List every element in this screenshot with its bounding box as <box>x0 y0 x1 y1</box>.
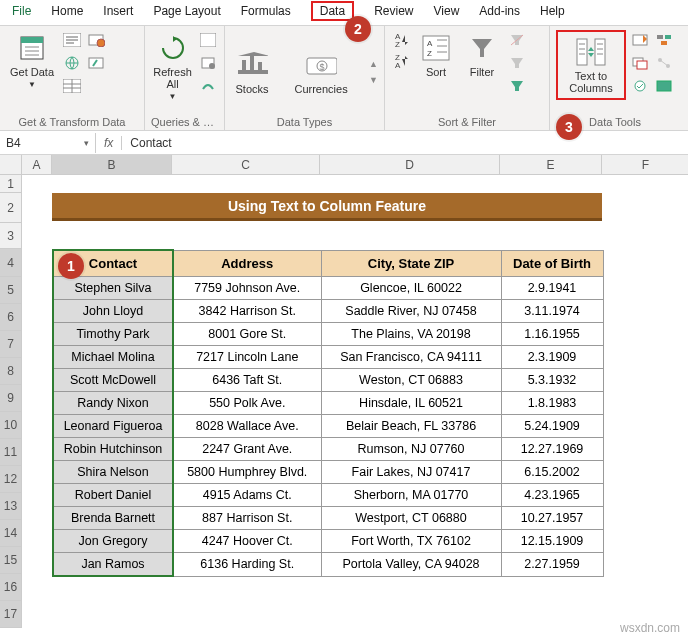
cell-contact[interactable]: John Lloyd <box>53 300 173 323</box>
cell-dob[interactable]: 5.24.1909 <box>501 415 603 438</box>
tab-review[interactable]: Review <box>364 0 423 25</box>
tab-insert[interactable]: Insert <box>93 0 143 25</box>
row-header-1[interactable]: 1 <box>0 175 22 193</box>
cell-dob[interactable]: 12.15.1909 <box>501 530 603 553</box>
cell-csz[interactable]: Belair Beach, FL 33786 <box>321 415 501 438</box>
remove-duplicates-icon[interactable] <box>630 53 650 73</box>
data-model-icon[interactable] <box>654 76 674 96</box>
row-header-13[interactable]: 13 <box>0 493 22 520</box>
cell-contact[interactable]: Michael Molina <box>53 346 173 369</box>
flash-fill-icon[interactable] <box>630 30 650 50</box>
cell-csz[interactable]: Portola Valley, CA 94028 <box>321 553 501 577</box>
queries-icon[interactable] <box>198 30 218 50</box>
edit-links-icon[interactable] <box>198 76 218 96</box>
cell-address[interactable]: 6436 Taft St. <box>173 369 321 392</box>
cell-contact[interactable]: Robin Hutchinson <box>53 438 173 461</box>
cell-address[interactable]: 6136 Harding St. <box>173 553 321 577</box>
from-web-icon[interactable] <box>62 53 82 73</box>
cell-address[interactable]: 3842 Harrison St. <box>173 300 321 323</box>
refresh-all-button[interactable]: Refresh All ▼ <box>151 30 194 103</box>
header-city-state-zip[interactable]: City, State ZIP <box>321 250 501 277</box>
cell-contact[interactable]: Brenda Barnett <box>53 507 173 530</box>
cell-csz[interactable]: Fort Worth, TX 76102 <box>321 530 501 553</box>
sort-button[interactable]: AZ Sort <box>415 30 457 80</box>
clear-filter-icon[interactable] <box>507 30 527 50</box>
cell-csz[interactable]: The Plains, VA 20198 <box>321 323 501 346</box>
relationships-icon[interactable] <box>654 53 674 73</box>
row-header-8[interactable]: 8 <box>0 358 22 385</box>
cell-csz[interactable]: Glencoe, IL 60022 <box>321 277 501 300</box>
formula-input[interactable]: Contact <box>122 133 688 153</box>
cell-address[interactable]: 2247 Grant Ave. <box>173 438 321 461</box>
cell-contact[interactable]: Stephen Silva <box>53 277 173 300</box>
cell-dob[interactable]: 5.3.1932 <box>501 369 603 392</box>
cell-contact[interactable]: Jan Ramos <box>53 553 173 577</box>
row-header-2[interactable]: 2 <box>0 193 22 223</box>
currencies-button[interactable]: $ Currencies <box>291 47 351 97</box>
cell-address[interactable]: 4247 Hoover Ct. <box>173 530 321 553</box>
row-header-17[interactable]: 17 <box>0 601 22 628</box>
cell-address[interactable]: 887 Harrison St. <box>173 507 321 530</box>
from-table-icon[interactable] <box>62 76 82 96</box>
row-header-15[interactable]: 15 <box>0 547 22 574</box>
cell-csz[interactable]: Saddle River, NJ 07458 <box>321 300 501 323</box>
cell-dob[interactable]: 1.8.1983 <box>501 392 603 415</box>
cell-dob[interactable]: 10.27.1957 <box>501 507 603 530</box>
row-header-3[interactable]: 3 <box>0 223 22 249</box>
cell-contact[interactable]: Randy Nixon <box>53 392 173 415</box>
cell-csz[interactable]: Weston, CT 06883 <box>321 369 501 392</box>
row-header-5[interactable]: 5 <box>0 277 22 304</box>
properties-icon[interactable] <box>198 53 218 73</box>
select-all-corner[interactable] <box>0 155 22 175</box>
cell-contact[interactable]: Scott McDowell <box>53 369 173 392</box>
col-header-A[interactable]: A <box>22 155 52 175</box>
col-header-F[interactable]: F <box>602 155 688 175</box>
data-validation-icon[interactable] <box>630 76 650 96</box>
cell-dob[interactable]: 1.16.1955 <box>501 323 603 346</box>
row-header-10[interactable]: 10 <box>0 412 22 439</box>
row-header-6[interactable]: 6 <box>0 304 22 331</box>
scroll-up-icon[interactable]: ▲ <box>369 59 378 69</box>
cell-address[interactable]: 7759 Johnson Ave. <box>173 277 321 300</box>
cell-csz[interactable]: San Francisco, CA 94111 <box>321 346 501 369</box>
cell-address[interactable]: 5800 Humphrey Blvd. <box>173 461 321 484</box>
cell-csz[interactable]: Fair Lakes, NJ 07417 <box>321 461 501 484</box>
col-header-D[interactable]: D <box>320 155 500 175</box>
cell-csz[interactable]: Hinsdale, IL 60521 <box>321 392 501 415</box>
cell-contact[interactable]: Timothy Park <box>53 323 173 346</box>
col-header-B[interactable]: B <box>52 155 172 175</box>
cell-address[interactable]: 4915 Adams Ct. <box>173 484 321 507</box>
row-header-16[interactable]: 16 <box>0 574 22 601</box>
cell-address[interactable]: 550 Polk Ave. <box>173 392 321 415</box>
consolidate-icon[interactable] <box>654 30 674 50</box>
cell-csz[interactable]: Rumson, NJ 07760 <box>321 438 501 461</box>
cell-address[interactable]: 8028 Wallace Ave. <box>173 415 321 438</box>
recent-sources-icon[interactable] <box>86 30 106 50</box>
tab-file[interactable]: File <box>2 0 41 25</box>
tab-help[interactable]: Help <box>530 0 575 25</box>
cell-contact[interactable]: Jon Gregory <box>53 530 173 553</box>
row-header-14[interactable]: 14 <box>0 520 22 547</box>
tab-addins[interactable]: Add-ins <box>469 0 530 25</box>
cell-dob[interactable]: 4.23.1965 <box>501 484 603 507</box>
cell-dob[interactable]: 2.3.1909 <box>501 346 603 369</box>
row-header-7[interactable]: 7 <box>0 331 22 358</box>
reapply-icon[interactable] <box>507 53 527 73</box>
tab-view[interactable]: View <box>424 0 470 25</box>
name-box[interactable]: B4 <box>0 133 96 153</box>
col-header-E[interactable]: E <box>500 155 602 175</box>
cell-dob[interactable]: 2.9.1941 <box>501 277 603 300</box>
fx-icon[interactable]: fx <box>96 136 122 150</box>
scroll-down-icon[interactable]: ▼ <box>369 75 378 85</box>
cell-address[interactable]: 7217 Lincoln Lane <box>173 346 321 369</box>
header-address[interactable]: Address <box>173 250 321 277</box>
tab-formulas[interactable]: Formulas <box>231 0 301 25</box>
row-header-4[interactable]: 4 <box>0 249 22 277</box>
advanced-icon[interactable] <box>507 76 527 96</box>
sort-za-icon[interactable]: ZA <box>391 51 411 71</box>
cell-contact[interactable]: Robert Daniel <box>53 484 173 507</box>
text-to-columns-button[interactable]: Text to Columns <box>560 34 622 96</box>
cell-dob[interactable]: 2.27.1959 <box>501 553 603 577</box>
cell-address[interactable]: 8001 Gore St. <box>173 323 321 346</box>
tab-home[interactable]: Home <box>41 0 93 25</box>
